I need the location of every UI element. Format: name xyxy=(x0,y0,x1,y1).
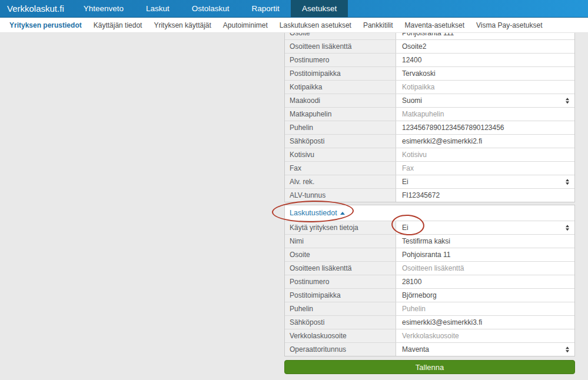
field-label-alv-rek: Alv. rek. xyxy=(285,175,396,188)
input-kotisivu[interactable]: Kotisivu xyxy=(396,148,574,161)
select-value: Ei xyxy=(402,178,408,186)
billing-section-toggle[interactable]: Laskutustiedot xyxy=(285,205,574,221)
subnav-item-aputoiminimet[interactable]: Aputoiminimet xyxy=(217,21,274,29)
select-operaattoritunnus[interactable]: Maventa xyxy=(396,343,574,356)
form-row-osoitteen-lis-kentt: Osoitteen lisäkenttäOsoitteen lisäkenttä xyxy=(285,262,574,275)
select-caret-icon xyxy=(566,98,569,104)
form-row-alv-tunnus: ALV-tunnusFI12345672 xyxy=(285,189,574,202)
form-row-s-hk-posti: Sähköpostiesimerkki3@esimerkki3.fi xyxy=(285,316,574,329)
input-osoitteen-lis-kentt[interactable]: Osoitteen lisäkenttä xyxy=(396,262,574,275)
field-label-puhelin: Puhelin xyxy=(285,121,396,134)
subnav-item-visma-pay-asetukset[interactable]: Visma Pay-asetukset xyxy=(470,21,549,29)
form-row-nimi: NimiTestifirma kaksi xyxy=(285,235,574,248)
chevron-up-icon xyxy=(340,212,345,215)
billing-section-title: Laskutustiedot xyxy=(290,209,337,217)
field-label-k-yt-yrityksen-tietoja: Käytä yrityksen tietoja xyxy=(285,221,396,234)
field-label-alv-tunnus: ALV-tunnus xyxy=(285,189,396,202)
top-navbar: Verkkolaskut.fi Yhteenveto Laskut Ostola… xyxy=(0,0,588,18)
company-settings-form: OsoitePohjoisranta 111Osoitteen lisäkent… xyxy=(284,33,575,374)
field-label-matkapuhelin: Matkapuhelin xyxy=(285,108,396,121)
field-label-puhelin: Puhelin xyxy=(285,302,396,315)
input-postitoimipaikka[interactable]: Björneborg xyxy=(396,289,574,302)
field-label-osoitteen-lis-kentt: Osoitteen lisäkenttä xyxy=(285,40,396,53)
form-row-postinumero: Postinumero12400 xyxy=(285,54,574,67)
settings-subnav: Yrityksen perustiedot Käyttäjän tiedot Y… xyxy=(0,18,588,33)
input-postinumero[interactable]: 28100 xyxy=(396,275,574,288)
subnav-item-pankkitilit[interactable]: Pankkitilit xyxy=(357,21,399,29)
save-button[interactable]: Tallenna xyxy=(284,360,575,374)
input-puhelin[interactable]: Puhelin xyxy=(396,302,574,315)
nav-item-ostolaskut[interactable]: Ostolaskut xyxy=(181,0,241,17)
nav-item-raportit[interactable]: Raportit xyxy=(241,0,291,17)
input-nimi[interactable]: Testifirma kaksi xyxy=(396,235,574,248)
form-row-osoite: OsoitePohjoisranta 111 xyxy=(285,33,574,40)
subnav-item-laskutuksen-asetukset[interactable]: Laskutuksen asetukset xyxy=(274,21,357,29)
form-row-kotisivu: KotisivuKotisivu xyxy=(285,148,574,162)
input-postinumero[interactable]: 12400 xyxy=(396,54,574,66)
field-label-postitoimipaikka: Postitoimipaikka xyxy=(285,67,396,80)
input-kotipaikka[interactable]: Kotipaikka xyxy=(396,81,574,94)
select-caret-icon xyxy=(566,179,569,185)
form-row-matkapuhelin: MatkapuhelinMatkapuhelin xyxy=(285,108,574,121)
select-value: Ei xyxy=(402,224,408,232)
field-label-operaattoritunnus: Operaattoritunnus xyxy=(285,343,396,356)
input-matkapuhelin[interactable]: Matkapuhelin xyxy=(396,108,574,121)
input-s-hk-posti[interactable]: esimerkki3@esimerkki3.fi xyxy=(396,316,574,329)
form-row-k-yt-yrityksen-tietoja: Käytä yrityksen tietojaEi xyxy=(285,221,574,235)
field-label-maakoodi: Maakoodi xyxy=(285,94,396,107)
field-label-osoite: Osoite xyxy=(285,248,396,261)
input-postitoimipaikka[interactable]: Tervakoski xyxy=(396,67,574,80)
input-osoitteen-lis-kentt[interactable]: Osoite2 xyxy=(396,40,574,53)
field-label-osoite: Osoite xyxy=(285,33,396,39)
field-label-kotisivu: Kotisivu xyxy=(285,148,396,161)
field-label-postinumero: Postinumero xyxy=(285,275,396,288)
input-verkkolaskuosoite[interactable]: Verkkolaskuosoite xyxy=(396,329,574,342)
company-info-table: OsoitePohjoisranta 111Osoitteen lisäkent… xyxy=(284,33,575,202)
field-label-verkkolaskuosoite: Verkkolaskuosoite xyxy=(285,329,396,342)
subnav-item-kayttajan-tiedot[interactable]: Käyttäjän tiedot xyxy=(88,21,148,29)
field-label-postitoimipaikka: Postitoimipaikka xyxy=(285,289,396,302)
form-row-postitoimipaikka: PostitoimipaikkaBjörneborg xyxy=(285,289,574,302)
input-alv-tunnus[interactable]: FI12345672 xyxy=(396,189,574,202)
form-row-puhelin: PuhelinPuhelin xyxy=(285,302,574,316)
main-content: OsoitePohjoisranta 111Osoitteen lisäkent… xyxy=(0,33,588,380)
form-row-maakoodi: MaakoodiSuomi xyxy=(285,94,574,108)
form-row-osoitteen-lis-kentt: Osoitteen lisäkenttäOsoite2 xyxy=(285,40,574,54)
form-row-operaattoritunnus: OperaattoritunnusMaventa xyxy=(285,343,574,356)
field-label-kotipaikka: Kotipaikka xyxy=(285,81,396,94)
field-label-nimi: Nimi xyxy=(285,235,396,248)
form-row-postinumero: Postinumero28100 xyxy=(285,275,574,289)
nav-item-yhteenveto[interactable]: Yhteenveto xyxy=(72,0,135,17)
select-k-yt-yrityksen-tietoja[interactable]: Ei xyxy=(396,221,574,234)
subnav-item-yrityksen-kayttajat[interactable]: Yrityksen käyttäjät xyxy=(148,21,217,29)
nav-item-laskut[interactable]: Laskut xyxy=(135,0,181,17)
input-puhelin[interactable]: 12345678901234567890123456 xyxy=(396,121,574,134)
input-fax[interactable]: Fax xyxy=(396,162,574,175)
form-row-verkkolaskuosoite: VerkkolaskuosoiteVerkkolaskuosoite xyxy=(285,329,574,343)
form-row-kotipaikka: KotipaikkaKotipaikka xyxy=(285,81,574,94)
billing-info-table: Laskutustiedot Käytä yrityksen tietojaEi… xyxy=(284,205,575,356)
subnav-item-maventa-asetukset[interactable]: Maventa-asetukset xyxy=(399,21,470,29)
input-s-hk-posti[interactable]: esimerkki2@esimerkki2.fi xyxy=(396,135,574,148)
field-label-s-hk-posti: Sähköposti xyxy=(285,135,396,148)
brand-logo[interactable]: Verkkolaskut.fi xyxy=(0,0,72,17)
field-label-osoitteen-lis-kentt: Osoitteen lisäkenttä xyxy=(285,262,396,275)
field-label-fax: Fax xyxy=(285,162,396,175)
form-row-osoite: OsoitePohjoisranta 11 xyxy=(285,248,574,262)
nav-item-asetukset[interactable]: Asetukset xyxy=(291,0,348,17)
select-value: Maventa xyxy=(402,345,429,354)
form-row-s-hk-posti: Sähköpostiesimerkki2@esimerkki2.fi xyxy=(285,135,574,148)
subnav-item-yrityksen-perustiedot[interactable]: Yrityksen perustiedot xyxy=(4,21,88,29)
select-alv-rek[interactable]: Ei xyxy=(396,175,574,188)
form-row-postitoimipaikka: PostitoimipaikkaTervakoski xyxy=(285,67,574,81)
field-label-s-hk-posti: Sähköposti xyxy=(285,316,396,329)
form-row-fax: FaxFax xyxy=(285,162,574,175)
select-caret-icon xyxy=(566,346,569,352)
input-osoite[interactable]: Pohjoisranta 111 xyxy=(396,33,574,39)
select-value: Suomi xyxy=(402,96,422,105)
form-row-puhelin: Puhelin12345678901234567890123456 xyxy=(285,121,574,135)
form-row-alv-rek: Alv. rek.Ei xyxy=(285,175,574,189)
select-caret-icon xyxy=(566,225,569,231)
input-osoite[interactable]: Pohjoisranta 11 xyxy=(396,248,574,261)
select-maakoodi[interactable]: Suomi xyxy=(396,94,574,107)
